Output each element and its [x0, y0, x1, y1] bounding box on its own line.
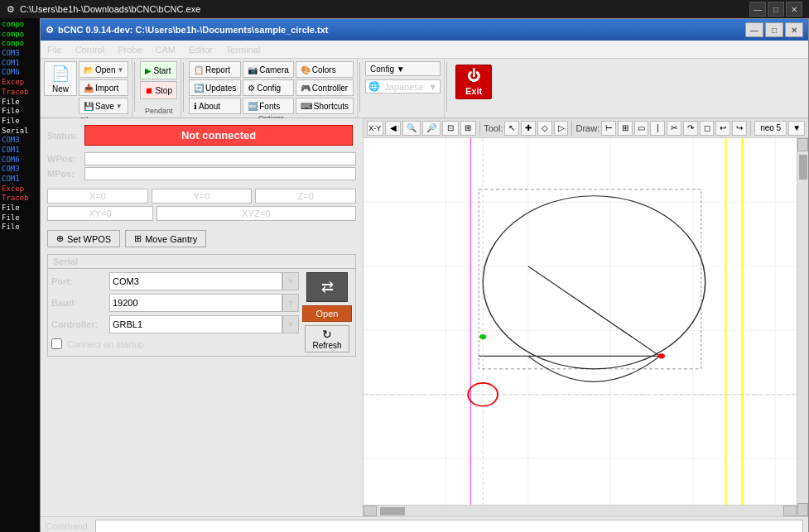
draw-btn-2[interactable]: ⊞ — [618, 121, 633, 136]
canvas-area: X-Y ◀ 🔍 🔎 ⊡ ⊞ Tool: ↖ ✚ ◇ ▷ Draw: ⊢ ⊞ ▭ … — [364, 118, 808, 516]
baud-dropdown[interactable]: ▼ — [282, 294, 299, 312]
scroll-up-btn[interactable]: ▲ — [797, 138, 808, 151]
coord-table: X=0 Y=0 Z=0 XY=0 XYZ=0 — [47, 189, 356, 223]
console-line: compo — [2, 20, 38, 30]
config-button[interactable]: ⚙ Config — [243, 79, 294, 96]
config-label-btn[interactable]: Config ▼ — [365, 61, 441, 76]
report-button[interactable]: 📋 Report — [189, 61, 241, 78]
menu-editor[interactable]: Editor — [182, 41, 219, 58]
scroll-down-btn[interactable]: ▼ — [797, 503, 808, 516]
tool-btn-1[interactable]: ↖ — [504, 121, 519, 136]
controller-input[interactable] — [109, 315, 282, 333]
menu-terminal[interactable]: Terminal — [219, 41, 267, 58]
tool-btn-2[interactable]: ✚ — [521, 121, 536, 136]
scroll-left-btn[interactable]: ◀ — [364, 506, 377, 516]
updates-button[interactable]: 🔄 Updates — [189, 79, 241, 96]
zoom-in-btn[interactable]: 🔍 — [402, 121, 421, 136]
console-line: COM3 — [2, 49, 38, 59]
stop-button[interactable]: ⏹ Stop — [140, 81, 177, 99]
draw-btn-4[interactable]: | — [650, 121, 665, 136]
zoom-out-btn[interactable]: 🔎 — [422, 121, 441, 136]
menu-control[interactable]: Control — [69, 41, 111, 58]
set-wpos-button[interactable]: ⊕ Set WPOS — [47, 230, 120, 247]
console-line: File — [2, 204, 38, 213]
coord-xyz-row: X=0 Y=0 Z=0 — [47, 189, 356, 204]
baud-input[interactable] — [109, 294, 282, 312]
draw-btn-3[interactable]: ▭ — [634, 121, 649, 136]
colors-button[interactable]: 🎨 Colors — [296, 61, 354, 78]
maximize-btn[interactable]: □ — [768, 2, 784, 17]
language-dropdown[interactable]: 🌐 Japanese ▼ — [365, 79, 441, 93]
port-input[interactable] — [109, 272, 282, 290]
draw-btn-5[interactable]: ✂ — [667, 121, 681, 136]
shortcuts-button[interactable]: ⌨ Shortcuts — [296, 98, 354, 114]
draw-btn-1[interactable]: ⊢ — [601, 121, 616, 136]
hscroll-thumb[interactable] — [380, 507, 405, 515]
toolbar-file-section: 📄 New 📂 Open ▼ 📥 Import 💾 Sav — [41, 59, 132, 117]
console-line: File — [2, 98, 38, 108]
horizontal-scrollbar[interactable]: ◀ ▶ — [364, 505, 797, 516]
scroll-thumb[interactable] — [799, 155, 807, 180]
language-arrow: ▼ — [428, 82, 437, 92]
set-wpos-label: Set WPOS — [67, 234, 111, 244]
import-icon: 📥 — [84, 84, 94, 93]
toolbar-pendant-section: ▶ Start ⏹ Stop Pendant — [137, 59, 181, 117]
console-line: File — [2, 223, 38, 232]
neo-btn[interactable]: neo 5 — [754, 121, 787, 136]
grid-btn[interactable]: ⊞ — [460, 121, 477, 136]
start-button[interactable]: ▶ Start — [140, 61, 177, 79]
draw-btn-7[interactable]: ◻ — [700, 121, 715, 136]
exit-button[interactable]: ⏻ Exit — [455, 65, 492, 99]
open-serial-button[interactable]: Open — [302, 305, 352, 322]
move-gantry-button[interactable]: ⊞ Move Gantry — [125, 230, 206, 247]
status-bar: Not connected — [84, 125, 353, 146]
scroll-right-btn[interactable]: ▶ — [783, 506, 797, 516]
draw-btn-9[interactable]: ↪ — [732, 121, 747, 136]
import-button[interactable]: 📥 Import — [79, 79, 128, 96]
command-bar: Command: — [41, 516, 808, 532]
minimize-btn[interactable]: — — [749, 2, 766, 17]
win-minimize-btn[interactable]: — — [745, 22, 763, 37]
menu-cam[interactable]: CAM — [149, 41, 182, 58]
open-button[interactable]: 📂 Open ▼ — [79, 61, 128, 78]
toolbar-options-section: 📋 Report 🔄 Updates ℹ About 📷 — [185, 59, 358, 117]
vertical-scrollbar[interactable]: ▲ ▼ — [797, 138, 808, 516]
xy-view-btn[interactable]: X-Y — [367, 121, 383, 136]
mpos-row: MPos: — [47, 167, 356, 180]
wpos-input[interactable] — [84, 152, 356, 165]
new-button[interactable]: 📄 New — [44, 61, 77, 96]
about-button[interactable]: ℹ About — [189, 98, 241, 114]
draw-btn-8[interactable]: ↩ — [715, 121, 730, 136]
fit-btn[interactable]: ⊡ — [442, 121, 459, 136]
open-serial-label: Open — [316, 309, 339, 319]
connect-checkbox[interactable] — [51, 338, 62, 349]
refresh-button[interactable]: ↻ Refresh — [305, 325, 349, 352]
tool-btn-3[interactable]: ◇ — [537, 121, 552, 136]
updates-icon: 🔄 — [194, 84, 204, 93]
camera-button[interactable]: 📷 Camera — [243, 61, 294, 78]
controller-button[interactable]: 🎮 Controller — [296, 79, 354, 96]
console-line: COM3 — [2, 136, 38, 146]
draw-btn-6[interactable]: ↷ — [683, 121, 698, 136]
menu-file[interactable]: File — [41, 41, 69, 58]
neo-dropdown-btn[interactable]: ▼ — [788, 121, 805, 136]
port-dropdown[interactable]: ▼ — [282, 272, 299, 290]
status-value: Not connected — [181, 129, 256, 141]
connect-row: Connect on startup — [51, 337, 299, 351]
fonts-button[interactable]: 🔤 Fonts — [243, 98, 294, 114]
toolbar-exit-section: ⏻ Exit — [449, 59, 498, 117]
pendant-label: Pendant — [145, 107, 173, 115]
controller-dropdown[interactable]: ▼ — [282, 315, 299, 333]
save-button[interactable]: 💾 Save ▼ — [79, 98, 128, 114]
win-close-btn[interactable]: ✕ — [785, 22, 803, 37]
close-btn[interactable]: ✕ — [786, 2, 802, 17]
tool-btn-4[interactable]: ▷ — [554, 121, 569, 136]
win-maximize-btn[interactable]: □ — [765, 22, 783, 37]
menu-probe[interactable]: Probe — [111, 41, 148, 58]
serial-icon: ⇄ — [321, 278, 334, 296]
mpos-input[interactable] — [84, 167, 356, 180]
arrow-left-btn[interactable]: ◀ — [385, 121, 402, 136]
drawing-canvas[interactable]: ▲ ▼ — [364, 138, 808, 516]
command-input[interactable] — [95, 520, 803, 533]
action-buttons: ⊕ Set WPOS ⊞ Move Gantry — [41, 227, 363, 251]
